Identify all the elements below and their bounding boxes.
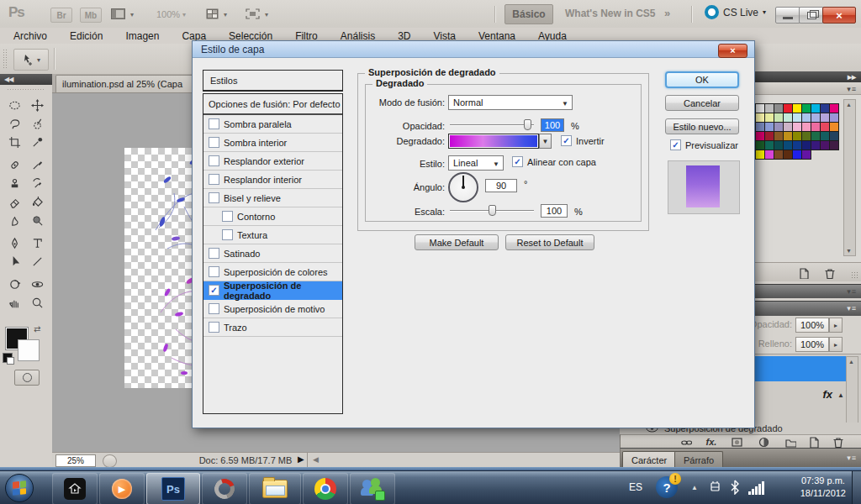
gradient-swatch[interactable] <box>448 134 539 149</box>
language-indicator[interactable]: ES <box>629 481 642 493</box>
action-center-icon[interactable]: ? <box>656 476 678 498</box>
blend-mode-select[interactable]: Normal ▼ <box>448 95 573 110</box>
style-item-checkbox[interactable] <box>209 137 219 148</box>
power-icon[interactable] <box>708 480 721 493</box>
start-button[interactable] <box>5 474 34 502</box>
style-item-superposición-de-motivo[interactable]: Superposición de motivo <box>203 300 342 318</box>
make-default-button[interactable]: Make Default <box>415 234 499 250</box>
taskbar-media-player[interactable]: ▶ <box>99 473 145 504</box>
hscroll-left-arrow[interactable]: ◀ <box>313 455 319 464</box>
adjustment-layer-icon[interactable] <box>757 435 770 448</box>
add-layer-style-icon[interactable]: fx. <box>705 435 718 448</box>
hand-tool[interactable] <box>3 293 26 312</box>
style-item-checkbox[interactable] <box>222 211 233 222</box>
paint-bucket-tool[interactable] <box>26 192 49 211</box>
menu-imagen[interactable]: Imagen <box>125 30 159 42</box>
cancel-button[interactable]: Cancelar <box>665 95 739 111</box>
fill-spinner-icon[interactable]: ▸ <box>829 337 843 352</box>
style-item-superposición-de-colores[interactable]: Superposición de colores <box>203 263 342 281</box>
close-app-button[interactable]: × <box>822 7 856 24</box>
swatches-panel-menu-icon[interactable] <box>847 85 857 93</box>
menu-archivo[interactable]: Archivo <box>13 30 47 42</box>
history-brush-tool[interactable] <box>26 174 49 192</box>
style-item-contorno[interactable]: Contorno <box>203 207 342 226</box>
new-layer-icon[interactable] <box>807 435 821 448</box>
style-item-bisel-y-relieve[interactable]: Bisel y relieve <box>203 189 342 207</box>
elliptical-marquee-tool[interactable] <box>3 96 26 114</box>
fill-value[interactable]: 100% <box>795 337 829 352</box>
scale-value-field[interactable]: 100 <box>541 204 568 218</box>
zoom-caret[interactable]: ▾ <box>182 11 186 18</box>
opacity-slider-thumb[interactable] <box>524 119 531 130</box>
new-swatch-icon[interactable] <box>797 266 811 279</box>
reset-default-button[interactable]: Reset to Default <box>505 234 594 250</box>
add-layer-mask-icon[interactable] <box>730 435 743 448</box>
style-item-checkbox[interactable] <box>209 303 219 314</box>
opacity-value-field[interactable]: 100 <box>541 118 564 132</box>
tab-character[interactable]: Carácter <box>622 451 676 469</box>
taskbar-photoshop[interactable]: Ps <box>146 473 200 504</box>
brush-tool[interactable] <box>26 155 49 174</box>
swap-colors-icon[interactable]: ⇄ <box>34 324 40 333</box>
view-extras-caret[interactable]: ▾ <box>224 11 227 18</box>
gradient-picker-caret[interactable]: ▼ <box>539 134 552 149</box>
scroll-down-icon[interactable]: ▼ <box>844 248 853 254</box>
collapsed-panel-menu-icon[interactable] <box>847 287 857 296</box>
style-item-superposición-de-degradado[interactable]: Superposición de degradado <box>203 281 342 300</box>
style-select[interactable]: Lineal ▼ <box>448 155 504 171</box>
tab-paragraph[interactable]: Párrafo <box>674 451 723 469</box>
taskbar-ring-app[interactable] <box>202 473 247 504</box>
orbit-3d-tool[interactable] <box>26 275 49 293</box>
ok-button[interactable]: OK <box>665 71 739 88</box>
clone-stamp-tool[interactable] <box>3 174 26 192</box>
taskbar-media-center[interactable] <box>52 473 98 504</box>
preview-checkbox-row[interactable]: Previsualizar <box>670 139 738 150</box>
taskbar-explorer[interactable] <box>249 473 301 504</box>
delete-layer-icon[interactable] <box>831 435 844 448</box>
document-tab[interactable]: ilumination.psd al 25% (Capa <box>55 75 200 92</box>
workspace-overflow-icon[interactable]: » <box>664 7 668 19</box>
background-color-swatch[interactable] <box>18 339 40 361</box>
style-item-textura[interactable]: Textura <box>203 226 342 244</box>
angle-dial[interactable] <box>448 172 478 202</box>
taskbar-chrome[interactable] <box>303 473 348 504</box>
style-item-checkbox[interactable] <box>209 322 219 333</box>
style-item-resplandor-interior[interactable]: Resplandor interior <box>203 171 342 189</box>
expand-panels-icon[interactable]: ▸▸ <box>848 71 856 82</box>
swatches-scrollbar[interactable]: ▲ ▼ <box>843 99 856 256</box>
zoom-level-control[interactable]: 100% <box>156 9 180 19</box>
style-item-satinado[interactable]: Satinado <box>203 244 342 263</box>
mini-bridge-button[interactable]: Mb <box>80 8 102 23</box>
layer-fx-badge[interactable]: fx <box>822 388 832 401</box>
cs-live-menu[interactable]: CS Live ▾ <box>705 5 766 19</box>
align-checkbox-row[interactable]: Alinear con capa <box>512 156 596 167</box>
clock[interactable]: 07:39 p.m. 18/11/2012 <box>800 475 846 500</box>
style-item-sombra-interior[interactable]: Sombra interior <box>203 134 342 152</box>
healing-brush-tool[interactable] <box>3 155 26 174</box>
move-tool-preset[interactable]: ▾ <box>13 49 49 71</box>
tools-panel-grip[interactable] <box>7 88 45 92</box>
default-colors-icon[interactable] <box>3 353 13 363</box>
workspace-basico-button[interactable]: Básico <box>504 4 553 24</box>
opacity-spinner-icon[interactable]: ▸ <box>829 318 843 333</box>
type-tool[interactable] <box>26 234 49 252</box>
color-swatch[interactable] <box>829 140 839 150</box>
style-item-checkbox[interactable] <box>222 229 233 240</box>
fx-collapse-icon[interactable]: ▲ <box>837 391 844 399</box>
dodge-tool[interactable] <box>26 211 49 229</box>
style-item-checkbox[interactable] <box>209 192 219 203</box>
style-item-checkbox[interactable] <box>209 118 219 129</box>
style-item-checkbox[interactable] <box>209 248 219 259</box>
pen-tool[interactable] <box>3 234 26 252</box>
show-desktop-button[interactable] <box>852 471 861 504</box>
show-hidden-icons[interactable]: ▲ <box>691 484 698 491</box>
smudge-tool[interactable] <box>3 211 26 229</box>
invert-checkbox[interactable] <box>561 135 572 146</box>
minimize-button[interactable] <box>775 7 800 24</box>
new-style-button[interactable]: Estilo nuevo... <box>665 118 739 134</box>
layers-scroll-up-icon[interactable]: ▲ <box>847 359 856 365</box>
style-item-resplandor-exterior[interactable]: Resplandor exterior <box>203 152 342 171</box>
network-signal-icon[interactable] <box>748 481 764 495</box>
panel-resize-grip[interactable] <box>851 271 859 280</box>
style-item-checkbox[interactable] <box>209 266 219 277</box>
